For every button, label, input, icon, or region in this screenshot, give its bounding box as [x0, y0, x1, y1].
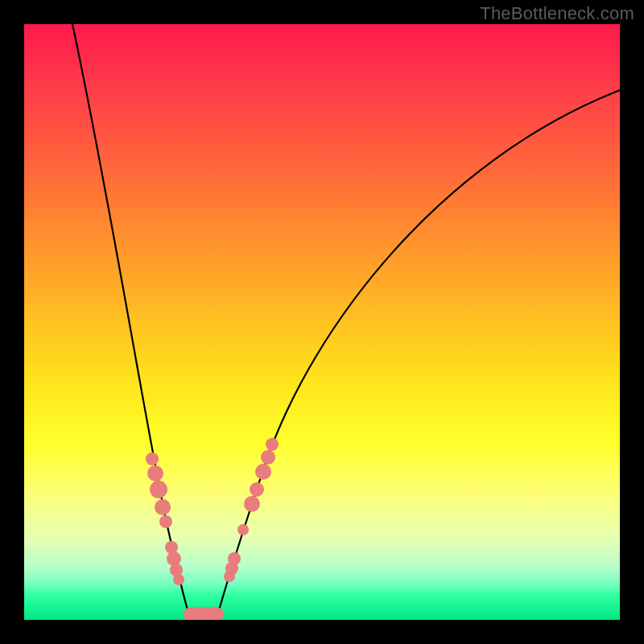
marker-left [173, 574, 184, 585]
plot-area [24, 24, 620, 620]
marker-right [255, 464, 271, 480]
marker-right [261, 450, 275, 464]
marker-left [147, 465, 163, 481]
marker-right [237, 524, 249, 535]
bottom-marker-pill [184, 607, 224, 620]
marker-left [159, 515, 172, 528]
marker-left [150, 481, 167, 498]
left-branch-curve [72, 24, 189, 616]
marker-right [224, 571, 235, 582]
marker-right [266, 438, 279, 451]
marker-left [155, 499, 171, 515]
curve-layer [24, 24, 620, 620]
watermark-text: TheBottleneck.com [480, 3, 634, 24]
marker-left [146, 452, 159, 465]
marker-left [167, 551, 181, 566]
marker-right [250, 482, 264, 497]
marker-right [244, 496, 260, 512]
right-branch-curve [217, 90, 620, 616]
